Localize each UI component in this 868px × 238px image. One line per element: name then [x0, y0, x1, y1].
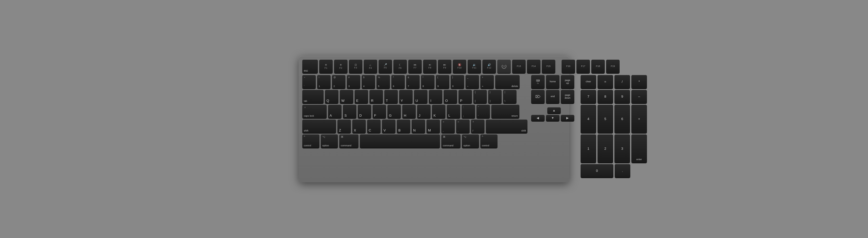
j-key[interactable]: J	[417, 105, 431, 118]
7-key[interactable]: & 7	[406, 75, 420, 89]
e-key[interactable]: E	[354, 90, 368, 103]
spacebar-key[interactable]	[360, 135, 440, 148]
close-bracket-key[interactable]: } ]	[488, 90, 502, 103]
backtick-key[interactable]: ~ `	[302, 75, 316, 89]
numpad-3-key[interactable]: 3	[614, 135, 630, 163]
w-key[interactable]: W	[340, 90, 353, 103]
z-key[interactable]: Z	[337, 120, 351, 133]
i-key[interactable]: I	[429, 90, 442, 103]
left-command-key[interactable]: ⌘ command	[339, 135, 359, 148]
tab-key[interactable]: tab	[302, 90, 323, 103]
f17-key[interactable]: F17	[577, 60, 590, 73]
page-down-key[interactable]: pagedown	[561, 90, 574, 103]
numpad-9-key[interactable]: 9	[614, 90, 630, 103]
f15-key[interactable]: F15	[542, 60, 555, 73]
l-key[interactable]: L	[447, 105, 460, 118]
numpad-2-key[interactable]: 2	[597, 135, 613, 163]
f-key[interactable]: F	[373, 105, 386, 118]
right-option-key[interactable]: ⌥ option	[462, 135, 479, 148]
arrow-left-key[interactable]: ◀	[531, 115, 545, 121]
left-control-key[interactable]: ^ control	[302, 135, 319, 148]
numpad-4-key[interactable]: 4	[581, 105, 596, 133]
8-key[interactable]: * 8	[421, 75, 435, 89]
0-key[interactable]: ) 0	[451, 75, 464, 89]
delete-key[interactable]: delete	[495, 75, 520, 89]
arrow-down-key[interactable]: ▼	[546, 115, 559, 121]
numpad-divide-key[interactable]: /	[614, 75, 630, 89]
equals-key[interactable]: + =	[480, 75, 494, 89]
fn-key[interactable]: ⌨ fn	[531, 75, 545, 89]
4-key[interactable]: $ 4	[362, 75, 375, 89]
y-key[interactable]: Y	[399, 90, 413, 103]
f14-key[interactable]: F14	[527, 60, 540, 73]
a-key[interactable]: A	[328, 105, 342, 118]
return-key[interactable]: return	[491, 105, 519, 118]
d-key[interactable]: D	[358, 105, 371, 118]
6-key[interactable]: ^ 6	[391, 75, 405, 89]
m-key[interactable]: M	[427, 120, 440, 133]
b-key[interactable]: B	[397, 120, 410, 133]
v-key[interactable]: V	[382, 120, 396, 133]
t-key[interactable]: T	[384, 90, 398, 103]
numpad-enter-key[interactable]: enter	[631, 135, 647, 163]
k-key[interactable]: K	[432, 105, 445, 118]
f10-key[interactable]: 🔇F10	[453, 60, 466, 73]
comma-key[interactable]: < ,	[441, 120, 455, 133]
p-key[interactable]: P	[459, 90, 472, 103]
left-option-key[interactable]: ⌥ option	[321, 135, 338, 148]
numpad-8-key[interactable]: 8	[597, 90, 613, 103]
caps-lock-key[interactable]: caps lock	[302, 105, 327, 118]
numpad-5-key[interactable]: 5	[597, 105, 613, 133]
5-key[interactable]: % 5	[376, 75, 390, 89]
f2-key[interactable]: ☀F2	[334, 60, 347, 73]
right-command-key[interactable]: ⌘ command	[441, 135, 461, 148]
9-key[interactable]: ( 9	[436, 75, 450, 89]
o-key[interactable]: O	[444, 90, 457, 103]
c-key[interactable]: C	[367, 120, 381, 133]
f19-key[interactable]: F19	[606, 60, 620, 73]
period-key[interactable]: > .	[456, 120, 470, 133]
x-key[interactable]: X	[352, 120, 366, 133]
numpad-7-key[interactable]: 7	[581, 90, 596, 103]
f5-key[interactable]: 🎤F5	[378, 60, 392, 73]
arrow-up-key[interactable]: ▲	[547, 107, 561, 114]
f16-key[interactable]: F16	[562, 60, 575, 73]
end-key[interactable]: end	[546, 90, 559, 103]
numpad-minus-key[interactable]: –	[631, 90, 647, 103]
right-shift-key[interactable]: shift	[486, 120, 527, 133]
f3-key[interactable]: ⊡F3	[349, 60, 363, 73]
f1-key[interactable]: ☀F1	[319, 60, 333, 73]
left-shift-key[interactable]: shift	[302, 120, 336, 133]
s-key[interactable]: S	[343, 105, 356, 118]
2-key[interactable]: @ 2	[332, 75, 345, 89]
power-key[interactable]	[497, 60, 511, 73]
numpad-multiply-key[interactable]: *	[631, 75, 647, 89]
slash-key[interactable]: ? /	[471, 120, 485, 133]
minus-key[interactable]: _ –	[465, 75, 479, 89]
numpad-0-key[interactable]: 0	[581, 164, 613, 178]
r-key[interactable]: R	[369, 90, 383, 103]
numpad-1-key[interactable]: 1	[581, 135, 596, 163]
3-key[interactable]: # 3	[347, 75, 360, 89]
right-control-key[interactable]: ^ control	[480, 135, 498, 148]
quote-key[interactable]: " '	[476, 105, 490, 118]
semicolon-key[interactable]: : ;	[462, 105, 475, 118]
g-key[interactable]: G	[388, 105, 401, 118]
f11-key[interactable]: 🔉F11	[468, 60, 481, 73]
1-key[interactable]: ! 1	[317, 75, 331, 89]
forward-delete-key[interactable]: ⌦	[531, 90, 545, 103]
f9-key[interactable]: ⏭F9	[438, 60, 452, 73]
numpad-decimal-key[interactable]: .	[615, 164, 630, 178]
n-key[interactable]: N	[412, 120, 425, 133]
open-bracket-key[interactable]: { [	[473, 90, 487, 103]
numpad-6-key[interactable]: 6	[614, 105, 630, 133]
f6-key[interactable]: ☾F6	[393, 60, 407, 73]
f13-key[interactable]: F13	[512, 60, 526, 73]
f7-key[interactable]: ⏮F7	[408, 60, 422, 73]
f4-key[interactable]: ⌕F4	[364, 60, 377, 73]
page-up-key[interactable]: pageup	[561, 75, 574, 89]
arrow-right-key[interactable]: ▶	[561, 115, 574, 121]
f8-key[interactable]: ⏯F8	[423, 60, 437, 73]
numpad-plus-key[interactable]: +	[631, 105, 647, 133]
q-key[interactable]: Q	[325, 90, 338, 103]
